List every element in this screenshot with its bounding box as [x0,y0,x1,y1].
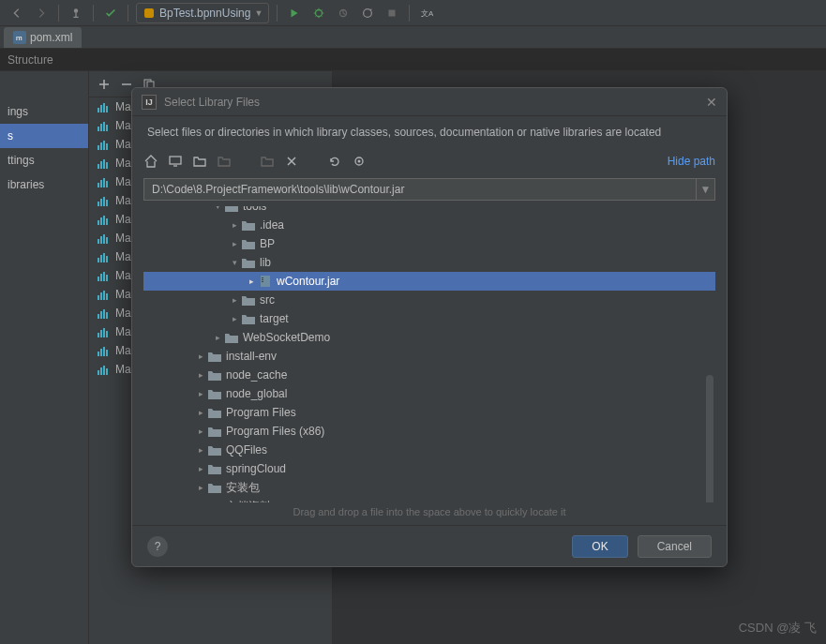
tree-folder-item[interactable]: ▸src [143,291,715,309]
forward-icon[interactable] [32,4,51,22]
tree-item-label: tools [243,206,266,213]
debug-icon[interactable] [309,4,328,22]
library-icon [97,157,110,170]
module-icon[interactable] [217,154,232,169]
chevron-right-icon[interactable]: ▸ [194,483,207,492]
chevron-right-icon[interactable]: ▸ [194,389,207,398]
run-icon[interactable] [285,4,304,22]
tree-item-label: QQFiles [226,443,267,457]
folder-icon [207,350,222,363]
help-icon[interactable]: ? [147,536,168,557]
new-folder-icon[interactable] [260,154,275,169]
build-icon[interactable] [101,4,120,22]
sidebar-item-1[interactable]: s [0,124,88,148]
tree-folder-item[interactable]: ▸WebSocketDemo [143,328,715,347]
library-label: Ma [115,175,131,188]
home-icon[interactable] [143,154,158,169]
tree-folder-item[interactable]: ▸.idea [143,216,715,234]
chevron-right-icon[interactable]: ▸ [228,220,241,230]
watermark: CSDN @凌 飞 [739,620,817,637]
svg-rect-52 [103,291,105,300]
tree-folder-item[interactable]: ▸Program Files [143,403,715,422]
tree-folder-item[interactable]: ▸文档资料 [143,497,715,502]
chevron-right-icon[interactable]: ▸ [194,464,207,473]
run-configuration-selector[interactable]: BpTest.bpnnUsing ▼ [136,3,269,23]
coverage-icon[interactable] [334,4,353,22]
hide-path-link[interactable]: Hide path [668,155,715,168]
tree-folder-item[interactable]: ▸安装包 [143,478,715,497]
folder-icon [207,481,222,494]
chevron-right-icon[interactable]: ▸ [194,445,207,455]
close-icon[interactable]: ✕ [706,95,717,110]
svg-rect-58 [98,333,99,337]
svg-rect-48 [103,272,105,281]
tree-folder-item[interactable]: ▸QQFiles [143,441,715,459]
path-dropdown-icon[interactable]: ▼ [696,179,714,200]
vcs-icon[interactable] [67,4,85,22]
folder-icon [207,443,222,457]
stop-icon [383,4,401,22]
chevron-right-icon[interactable]: ▸ [194,502,207,502]
library-label: Ma [115,194,131,207]
chevron-right-icon[interactable]: ▸ [194,370,207,380]
tree-folder-item[interactable]: ▾tools [143,206,715,216]
tree-folder-item[interactable]: ▸node_global [143,384,715,403]
translate-icon[interactable]: 文A [417,4,436,22]
svg-rect-65 [106,350,108,356]
svg-rect-10 [98,108,99,112]
refresh-icon[interactable] [327,154,342,169]
run-config-label: BpTest.bpnnUsing [159,7,250,20]
ok-button[interactable]: OK [572,535,627,558]
chevron-down-icon[interactable]: ▾ [228,258,241,267]
file-tab-pom[interactable]: m pom.xml [4,27,82,48]
path-input[interactable] [144,183,696,196]
tree-folder-item[interactable]: ▸target [143,309,715,328]
svg-rect-18 [98,145,99,150]
sidebar-item-2[interactable]: ttings [0,148,88,172]
tree-jar-item[interactable]: ▸wContour.jar [143,272,715,291]
tree-folder-item[interactable]: ▸BP [143,234,715,253]
tree-folder-item[interactable]: ▸Program Files (x86) [143,422,715,441]
svg-rect-44 [103,253,105,262]
desktop-icon[interactable] [168,154,183,169]
svg-rect-42 [98,258,99,262]
sidebar-item-0[interactable]: ings [0,99,88,124]
svg-rect-40 [103,234,105,244]
back-icon[interactable] [8,4,26,22]
tree-item-label: 安装包 [226,480,260,496]
dialog-toolbar: Hide path [132,148,727,174]
svg-rect-22 [98,164,99,169]
profile-icon[interactable] [358,4,377,22]
file-tree[interactable]: ▾tools▸.idea▸BP▾lib▸wContour.jar▸src▸tar… [143,206,715,502]
scrollbar[interactable] [706,375,713,502]
tree-item-label: springCloud [226,462,286,475]
library-label: Ma [115,232,131,245]
svg-rect-32 [103,197,105,206]
chevron-right-icon[interactable]: ▸ [228,239,241,248]
chevron-right-icon[interactable]: ▸ [194,352,207,361]
delete-icon[interactable] [284,154,299,169]
project-icon[interactable] [192,154,207,169]
dialog-titlebar: IJ Select Library Files ✕ [132,88,727,116]
svg-rect-13 [106,106,108,112]
library-icon [97,138,110,151]
tree-folder-item[interactable]: ▾lib [143,253,715,272]
chevron-right-icon[interactable]: ▸ [228,314,241,323]
show-hidden-icon[interactable] [352,154,367,169]
tree-folder-item[interactable]: ▸install-env [143,347,715,366]
svg-point-0 [74,8,78,12]
tree-item-label: lib [260,256,271,269]
cancel-button[interactable]: Cancel [638,535,712,558]
chevron-right-icon[interactable]: ▸ [194,427,207,436]
tree-folder-item[interactable]: ▸node_cache [143,366,715,384]
chevron-right-icon[interactable]: ▸ [194,408,207,417]
add-icon[interactable] [97,77,112,92]
chevron-right-icon[interactable]: ▸ [228,295,241,305]
tree-item-label: node_cache [226,368,287,382]
chevron-down-icon[interactable]: ▾ [211,206,224,211]
svg-rect-43 [100,255,102,262]
chevron-right-icon[interactable]: ▸ [245,277,258,286]
chevron-right-icon[interactable]: ▸ [211,333,224,342]
sidebar-item-3[interactable]: ibraries [0,172,88,197]
tree-folder-item[interactable]: ▸springCloud [143,459,715,478]
